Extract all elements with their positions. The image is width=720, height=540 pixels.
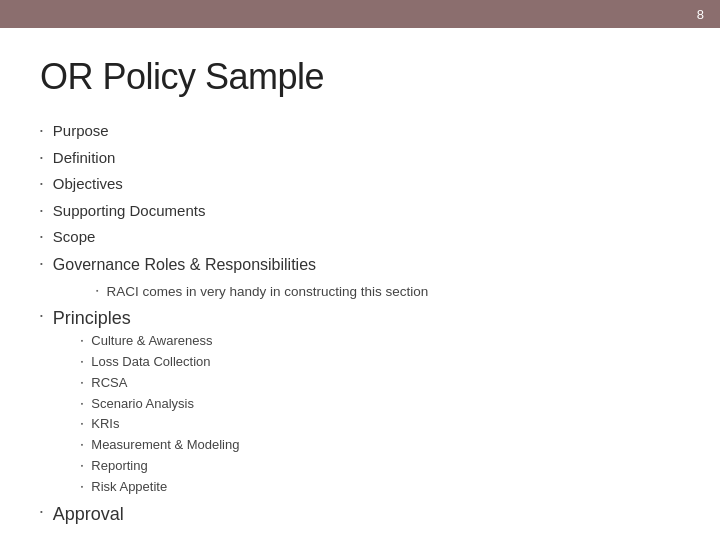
sub-bullet-icon: ▪	[81, 482, 83, 492]
top-bar: 8	[0, 0, 720, 28]
rcsa-label: RCSA	[91, 374, 127, 393]
definition-label: Definition	[53, 147, 116, 170]
content-area: OR Policy Sample • Purpose • Definition …	[0, 28, 720, 540]
slide-number: 8	[697, 7, 704, 22]
page-title: OR Policy Sample	[40, 56, 680, 98]
list-item-governance: • Governance Roles & Responsibilities	[40, 253, 680, 280]
sub-bullet-icon: ▪	[81, 357, 83, 367]
sub-bullet-icon: ▪	[96, 286, 98, 296]
principles-block: • Principles ▪ Culture & Awareness ▪ Los…	[40, 305, 680, 531]
raci-sub-list: ▪ RACI comes in very handy in constructi…	[96, 282, 680, 302]
bullet-icon: •	[40, 310, 43, 322]
measurement-label: Measurement & Modeling	[91, 436, 239, 455]
bullet-icon: •	[40, 258, 43, 270]
bullet-icon: •	[40, 506, 43, 518]
list-item-principles: • Principles ▪ Culture & Awareness ▪ Los…	[40, 305, 680, 499]
scenario-label: Scenario Analysis	[91, 395, 194, 414]
list-item-reporting: ▪ Reporting	[81, 457, 240, 476]
bullet-icon: •	[40, 178, 43, 190]
sub-bullet-icon: ▪	[81, 440, 83, 450]
bullet-icon: •	[40, 205, 43, 217]
raci-note-text: RACI comes in very handy in constructing…	[106, 282, 428, 302]
list-item-supporting-documents: • Supporting Documents	[40, 200, 680, 223]
principles-label: Principles	[53, 308, 131, 328]
bullet-icon: •	[40, 231, 43, 243]
list-item-measurement: ▪ Measurement & Modeling	[81, 436, 240, 455]
culture-label: Culture & Awareness	[91, 332, 212, 351]
list-item-definition: • Definition	[40, 147, 680, 170]
list-item-objectives: • Objectives	[40, 173, 680, 196]
sub-bullet-icon: ▪	[81, 378, 83, 388]
raci-note-item: ▪ RACI comes in very handy in constructi…	[96, 282, 680, 302]
sub-bullet-icon: ▪	[81, 399, 83, 409]
list-item-approval: • Approval	[40, 501, 680, 531]
loss-data-label: Loss Data Collection	[91, 353, 210, 372]
bullet-icon: •	[40, 125, 43, 137]
approval-label: Approval	[53, 501, 124, 528]
sub-bullet-icon: ▪	[81, 419, 83, 429]
raci-note-block: ▪ RACI comes in very handy in constructi…	[76, 282, 680, 302]
governance-label: Governance Roles & Responsibilities	[53, 253, 316, 277]
list-item-rcsa: ▪ RCSA	[81, 374, 240, 393]
list-item-kris: ▪ KRIs	[81, 415, 240, 434]
objectives-label: Objectives	[53, 173, 123, 196]
supporting-documents-label: Supporting Documents	[53, 200, 206, 223]
list-item-loss-data: ▪ Loss Data Collection	[81, 353, 240, 372]
list-item-purpose: • Purpose	[40, 120, 680, 143]
principles-items-list: ▪ Culture & Awareness ▪ Loss Data Collec…	[81, 332, 240, 497]
list-item-culture: ▪ Culture & Awareness	[81, 332, 240, 351]
bullet-icon: •	[40, 152, 43, 164]
sub-bullet-icon: ▪	[81, 461, 83, 471]
list-item-scope: • Scope	[40, 226, 680, 249]
list-item-scenario: ▪ Scenario Analysis	[81, 395, 240, 414]
principles-container: Principles ▪ Culture & Awareness ▪ Loss …	[53, 305, 240, 499]
sub-bullet-icon: ▪	[81, 336, 83, 346]
reporting-label: Reporting	[91, 457, 147, 476]
risk-appetite-label: Risk Appetite	[91, 478, 167, 497]
main-list: • Purpose • Definition • Objectives • Su…	[40, 120, 680, 280]
purpose-label: Purpose	[53, 120, 109, 143]
kris-label: KRIs	[91, 415, 119, 434]
list-item-risk-appetite: ▪ Risk Appetite	[81, 478, 240, 497]
scope-label: Scope	[53, 226, 96, 249]
